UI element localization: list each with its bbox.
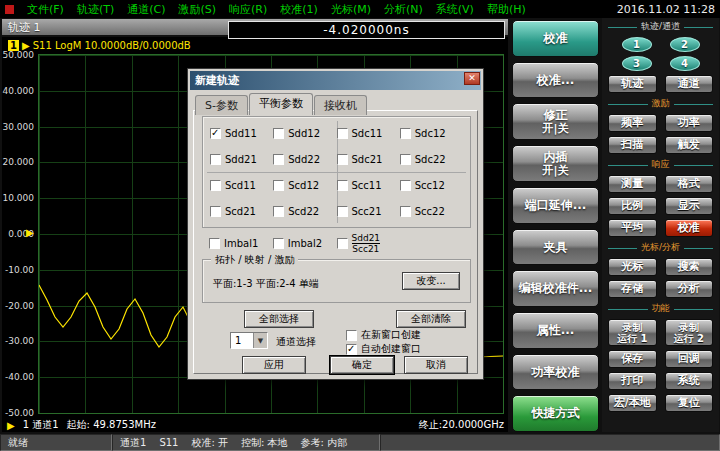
checkbox-scd22[interactable]: Scd22 — [273, 206, 336, 217]
chevron-down-icon[interactable]: ▼ — [253, 333, 267, 348]
checkbox-box[interactable] — [337, 128, 348, 139]
key-storage[interactable]: 存储 — [608, 280, 657, 298]
key-save[interactable]: 保存 — [608, 350, 657, 368]
menu-item-file[interactable]: 文件(F) — [27, 2, 64, 17]
checkbox-box[interactable] — [210, 180, 221, 191]
tab-s-parameter[interactable]: S-参数 — [195, 95, 248, 115]
key-cal[interactable]: 校准 — [665, 219, 714, 237]
dialog-title-bar[interactable]: 新建轨迹 — [190, 71, 481, 90]
key-format[interactable]: 格式 — [665, 175, 714, 193]
checkbox-box[interactable] — [273, 154, 284, 165]
menu-item-trace[interactable]: 轨迹(T) — [77, 2, 114, 17]
change-button[interactable]: 改变... — [402, 272, 460, 290]
key-frequency[interactable]: 频率 — [608, 114, 657, 132]
softkey-interpolation-on-off[interactable]: 内插开|关 — [512, 145, 599, 182]
checkbox-ratio-sdd21-scc21[interactable]: Sdd21 Scc21 — [337, 233, 401, 255]
menu-item-marker[interactable]: 光标(M) — [331, 2, 371, 17]
checkbox-box[interactable] — [337, 238, 348, 249]
tab-receiver[interactable]: 接收机 — [314, 95, 367, 115]
delay-readout[interactable]: -4.020000ns — [228, 21, 505, 39]
checkbox-box[interactable] — [210, 206, 221, 217]
checkbox-imbal1[interactable]: Imbal1 — [209, 238, 273, 249]
checkbox-sdc22[interactable]: Sdc22 — [400, 154, 463, 165]
cancel-button[interactable]: 取消 — [404, 356, 468, 374]
softkey-fixture[interactable]: 夹具 — [512, 229, 599, 266]
key-record-run-1[interactable]: 录制运行 1 — [608, 319, 657, 346]
menu-item-calibration[interactable]: 校准(1) — [280, 2, 318, 17]
menu-item-help[interactable]: 帮助(H) — [487, 2, 526, 17]
menu-item-stimulus[interactable]: 激励(S) — [179, 2, 217, 17]
checkbox-box[interactable] — [400, 154, 411, 165]
key-marker[interactable]: 光标 — [608, 258, 657, 276]
key-print[interactable]: 打印 — [608, 372, 657, 390]
menu-item-channel[interactable]: 通道(C) — [127, 2, 165, 17]
softkey-correction-on-off[interactable]: 修正开|关 — [512, 103, 599, 140]
checkbox-box[interactable] — [337, 180, 348, 191]
checkbox-box[interactable] — [346, 344, 357, 355]
key-display[interactable]: 显示 — [665, 197, 714, 215]
key-system[interactable]: 系统 — [665, 372, 714, 390]
checkbox-box[interactable] — [209, 238, 220, 249]
softkey-calibrate[interactable]: 校准... — [512, 62, 599, 99]
key-power[interactable]: 功率 — [665, 114, 714, 132]
menu-item-analysis[interactable]: 分析(N) — [384, 2, 423, 17]
key-search[interactable]: 搜索 — [665, 258, 714, 276]
key-measure[interactable]: 测量 — [608, 175, 657, 193]
softkey-cal-header[interactable]: 校准 — [512, 20, 599, 57]
checkbox-sdd22[interactable]: Sdd22 — [273, 154, 336, 165]
key-num-1[interactable]: 1 — [622, 37, 652, 52]
clear-all-button[interactable]: 全部清除 — [396, 310, 466, 328]
checkbox-box[interactable] — [400, 206, 411, 217]
key-sweep[interactable]: 扫描 — [608, 136, 657, 154]
checkbox-scc12[interactable]: Scc12 — [400, 180, 463, 191]
softkey-properties[interactable]: 属性... — [512, 312, 599, 349]
checkbox-box[interactable] — [400, 180, 411, 191]
checkbox-sdd21[interactable]: Sdd21 — [210, 154, 273, 165]
checkbox-scd11[interactable]: Scd11 — [210, 180, 273, 191]
key-analysis[interactable]: 分析 — [665, 280, 714, 298]
softkey-shortcut[interactable]: 快捷方式 — [512, 395, 599, 432]
checkbox-sdc21[interactable]: Sdc21 — [337, 154, 400, 165]
checkbox-scc22[interactable]: Scc22 — [400, 206, 463, 217]
key-preset[interactable]: 复位 — [665, 394, 714, 412]
checkbox-box[interactable] — [346, 330, 357, 341]
checkbox-sdd12[interactable]: Sdd12 — [273, 128, 336, 139]
select-all-button[interactable]: 全部选择 — [244, 310, 314, 328]
tab-balanced-parameter[interactable]: 平衡参数 — [249, 93, 313, 115]
key-num-4[interactable]: 4 — [670, 56, 700, 71]
key-macro-local[interactable]: 宏/本地 — [608, 394, 657, 412]
key-channel[interactable]: 通道 — [665, 75, 714, 93]
key-num-3[interactable]: 3 — [622, 56, 652, 71]
checkbox-box[interactable] — [210, 128, 221, 139]
checkbox-box[interactable] — [273, 238, 284, 249]
auto-window-checkbox[interactable]: 自动创建窗口 — [346, 342, 421, 356]
checkbox-scc21[interactable]: Scc21 — [337, 206, 400, 217]
new-window-checkbox[interactable]: 在新窗口创建 — [346, 328, 421, 342]
checkbox-scd21[interactable]: Scd21 — [210, 206, 273, 217]
ok-button[interactable]: 确定 — [330, 356, 394, 374]
checkbox-box[interactable] — [273, 128, 284, 139]
key-scale[interactable]: 比例 — [608, 197, 657, 215]
checkbox-scd12[interactable]: Scd12 — [273, 180, 336, 191]
key-trigger[interactable]: 触发 — [665, 136, 714, 154]
key-record-run-2[interactable]: 录制运行 2 — [665, 319, 714, 346]
key-num-2[interactable]: 2 — [670, 37, 700, 52]
softkey-power-cal[interactable]: 功率校准 — [512, 354, 599, 391]
dialog-close-button[interactable]: ✕ — [464, 72, 480, 85]
checkbox-box[interactable] — [273, 180, 284, 191]
checkbox-box[interactable] — [210, 154, 221, 165]
softkey-port-extension[interactable]: 端口延伸... — [512, 187, 599, 224]
checkbox-box[interactable] — [337, 154, 348, 165]
apply-button[interactable]: 应用 — [242, 356, 306, 374]
checkbox-scc11[interactable]: Scc11 — [337, 180, 400, 191]
softkey-edit-cal-kit[interactable]: 编辑校准件... — [512, 270, 599, 307]
checkbox-imbal2[interactable]: Imbal2 — [273, 238, 337, 249]
key-trace[interactable]: 轨迹 — [608, 75, 657, 93]
menu-item-system[interactable]: 系统(V) — [436, 2, 474, 17]
checkbox-sdc12[interactable]: Sdc12 — [400, 128, 463, 139]
key-average[interactable]: 平均 — [608, 219, 657, 237]
checkbox-box[interactable] — [400, 128, 411, 139]
checkbox-box[interactable] — [337, 206, 348, 217]
checkbox-box[interactable] — [273, 206, 284, 217]
menu-item-response[interactable]: 响应(R) — [229, 2, 267, 17]
